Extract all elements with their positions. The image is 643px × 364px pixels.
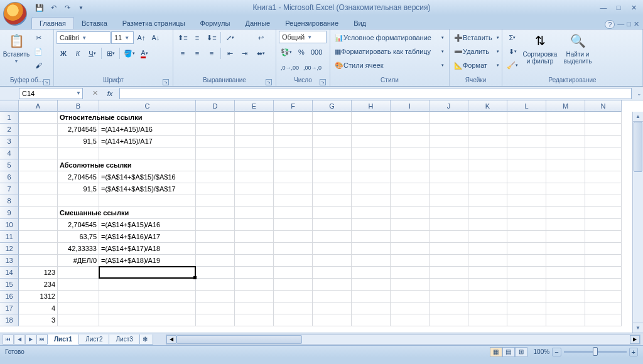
cell-I2[interactable]: [391, 124, 430, 136]
cell-L8[interactable]: [507, 195, 546, 207]
cell-H10[interactable]: [352, 219, 391, 231]
cell-I9[interactable]: [391, 207, 430, 219]
row-header-1[interactable]: 1: [0, 112, 19, 124]
cell-I3[interactable]: [391, 136, 430, 147]
row-header-7[interactable]: 7: [0, 183, 19, 195]
cell-D3[interactable]: [196, 136, 235, 147]
cell-G4[interactable]: [313, 147, 352, 159]
cell-H11[interactable]: [352, 231, 391, 243]
underline-button[interactable]: Ч▾: [85, 46, 99, 60]
sort-filter-button[interactable]: ⇅ Сортировка и фильтр: [521, 31, 559, 66]
doc-close-button[interactable]: ✕: [634, 20, 639, 29]
cell-D7[interactable]: [196, 183, 235, 195]
clear-button[interactable]: 🧹▾: [505, 58, 520, 72]
cell-K12[interactable]: [468, 243, 507, 255]
cell-M18[interactable]: [546, 314, 585, 326]
cell-E9[interactable]: [235, 207, 274, 219]
sheet-first-button[interactable]: ⏮: [3, 335, 14, 345]
cell-G1[interactable]: [313, 112, 352, 124]
cell-N2[interactable]: [585, 124, 622, 136]
hscroll-right[interactable]: ▶: [630, 335, 640, 344]
cell-F16[interactable]: [274, 291, 313, 302]
cell-A5[interactable]: [19, 159, 58, 171]
cell-F18[interactable]: [274, 314, 313, 326]
cell-N13[interactable]: [585, 255, 622, 267]
cell-A7[interactable]: [19, 183, 58, 195]
cell-D16[interactable]: [196, 291, 235, 302]
cell-H3[interactable]: [352, 136, 391, 147]
cell-E10[interactable]: [235, 219, 274, 231]
sheet-tab-2[interactable]: Лист2: [78, 335, 109, 345]
col-header-I[interactable]: I: [391, 100, 430, 112]
cell-M2[interactable]: [546, 124, 585, 136]
cell-I14[interactable]: [391, 267, 430, 279]
cell-B15[interactable]: [58, 279, 99, 291]
cell-M3[interactable]: [546, 136, 585, 147]
zoom-out-button[interactable]: −: [552, 348, 561, 356]
col-header-G[interactable]: G: [313, 100, 352, 112]
cell-B18[interactable]: [58, 314, 99, 326]
cell-F13[interactable]: [274, 255, 313, 267]
cell-G17[interactable]: [313, 302, 352, 314]
cell-K1[interactable]: [468, 112, 507, 124]
cell-J12[interactable]: [430, 243, 468, 255]
cell-J6[interactable]: [430, 171, 468, 183]
zoom-level[interactable]: 100%: [534, 348, 550, 355]
cell-L16[interactable]: [507, 291, 546, 302]
cell-A12[interactable]: [19, 243, 58, 255]
cell-L1[interactable]: [507, 112, 546, 124]
row-header-17[interactable]: 17: [0, 302, 19, 314]
col-header-M[interactable]: M: [546, 100, 585, 112]
cell-C9[interactable]: [99, 207, 196, 219]
clipboard-launcher[interactable]: ↘: [43, 79, 50, 85]
cell-M16[interactable]: [546, 291, 585, 302]
cell-N6[interactable]: [585, 171, 622, 183]
cell-E4[interactable]: [235, 147, 274, 159]
cut-button[interactable]: ✂: [31, 31, 45, 45]
decrease-decimal-button[interactable]: ,00→,0: [301, 61, 323, 75]
col-header-D[interactable]: D: [196, 100, 235, 112]
vertical-scrollbar[interactable]: ▲ ▼: [632, 112, 643, 333]
cell-K4[interactable]: [468, 147, 507, 159]
col-header-E[interactable]: E: [235, 100, 274, 112]
cell-E2[interactable]: [235, 124, 274, 136]
col-header-L[interactable]: L: [507, 100, 546, 112]
conditional-formatting-button[interactable]: 📊 Условное форматирование ▾: [333, 31, 446, 45]
cell-E14[interactable]: [235, 267, 274, 279]
cell-I7[interactable]: [391, 183, 430, 195]
cell-N11[interactable]: [585, 231, 622, 243]
cell-B13[interactable]: #ДЕЛ/0: [58, 255, 99, 267]
cell-G2[interactable]: [313, 124, 352, 136]
cell-A3[interactable]: [19, 136, 58, 147]
cell-D5[interactable]: [196, 159, 235, 171]
cell-M11[interactable]: [546, 231, 585, 243]
number-launcher[interactable]: ↘: [320, 79, 326, 85]
cell-H4[interactable]: [352, 147, 391, 159]
cell-F11[interactable]: [274, 231, 313, 243]
cell-B10[interactable]: 2,704545: [58, 219, 99, 231]
cell-M17[interactable]: [546, 302, 585, 314]
delete-cells-button[interactable]: ➖ Удалить ▾: [452, 45, 501, 58]
cell-L14[interactable]: [507, 267, 546, 279]
cell-B1[interactable]: Относительные ссылки: [58, 112, 99, 124]
cell-C11[interactable]: =(A$14+$A16)/A17: [99, 231, 196, 243]
cell-K3[interactable]: [468, 136, 507, 147]
cell-B11[interactable]: 63,75: [58, 231, 99, 243]
cell-D10[interactable]: [196, 219, 235, 231]
cell-H6[interactable]: [352, 171, 391, 183]
zoom-thumb[interactable]: [593, 347, 598, 356]
cell-M14[interactable]: [546, 267, 585, 279]
sheet-prev-button[interactable]: ◀: [14, 335, 25, 345]
row-header-13[interactable]: 13: [0, 255, 19, 267]
cell-H9[interactable]: [352, 207, 391, 219]
fill-button[interactable]: ⬇▾: [505, 45, 520, 58]
worksheet-grid[interactable]: ABCDEFGHIJKLMN 1234567891011121314151617…: [0, 100, 643, 333]
align-left-button[interactable]: ≡: [176, 46, 190, 60]
cell-J18[interactable]: [430, 314, 468, 326]
fill-color-button[interactable]: 🪣▾: [122, 46, 137, 60]
row-header-15[interactable]: 15: [0, 279, 19, 291]
cell-C4[interactable]: [99, 147, 196, 159]
cell-J9[interactable]: [430, 207, 468, 219]
cell-N14[interactable]: [585, 267, 622, 279]
cell-K15[interactable]: [468, 279, 507, 291]
